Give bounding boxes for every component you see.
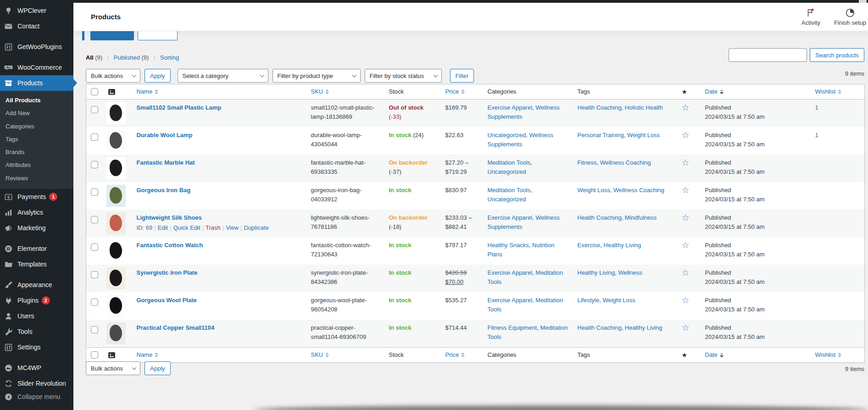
- tag-link[interactable]: Health Coaching: [578, 214, 622, 221]
- product-thumbnail[interactable]: [106, 240, 126, 262]
- product-name-link[interactable]: Fantastic Marble Hat: [137, 159, 195, 166]
- finish-setup-button[interactable]: Finish setup: [834, 8, 866, 26]
- category-link[interactable]: Meditation Tools: [488, 187, 531, 194]
- sidebar-item-wpclever[interactable]: WPClever: [0, 3, 73, 18]
- row-checkbox[interactable]: [91, 188, 98, 196]
- submenu-item-categories[interactable]: Categories: [0, 120, 73, 133]
- sidebar-item-marketing[interactable]: Marketing: [0, 220, 73, 236]
- category-link[interactable]: Exercise Apparel: [488, 104, 533, 111]
- view-sorting-link[interactable]: Sorting: [160, 54, 179, 61]
- apply-button[interactable]: Apply: [145, 361, 171, 375]
- row-action-quick-edit[interactable]: Quick Edit: [173, 224, 200, 231]
- tag-link[interactable]: Mindfulness: [625, 214, 657, 221]
- category-link[interactable]: Exercise Apparel: [488, 214, 533, 221]
- sidebar-item-mc4wp[interactable]: MC4WP: [0, 360, 73, 376]
- sort-by-wishlist[interactable]: Wishlist: [815, 350, 842, 360]
- wishlist-count-link[interactable]: 1: [815, 104, 818, 111]
- product-thumbnail[interactable]: [106, 102, 126, 124]
- category-filter-select[interactable]: Select a category: [178, 69, 268, 83]
- tag-link[interactable]: Fitness: [578, 159, 597, 166]
- submenu-item-reviews[interactable]: Reviews: [0, 172, 73, 185]
- featured-star-icon[interactable]: ☆: [682, 240, 690, 250]
- featured-star-icon[interactable]: ☆: [682, 323, 690, 332]
- tag-link[interactable]: Personal Training: [578, 132, 624, 139]
- featured-star-icon[interactable]: ☆: [682, 295, 690, 305]
- product-thumbnail[interactable]: [106, 185, 126, 207]
- sort-by-sku[interactable]: SKU: [311, 350, 329, 360]
- sort-by-wishlist[interactable]: Wishlist: [815, 87, 842, 96]
- tag-link[interactable]: Healthy Living: [604, 242, 641, 249]
- category-link[interactable]: Exercise Apparel: [488, 297, 533, 304]
- row-action-duplicate[interactable]: Duplicate: [244, 224, 269, 231]
- sort-by-price[interactable]: Price: [445, 87, 465, 96]
- tag-link[interactable]: Exercise: [578, 242, 601, 249]
- search-products-button[interactable]: Search products: [810, 48, 864, 62]
- sidebar-item-plugins[interactable]: Plugins2: [0, 293, 73, 308]
- sidebar-item-products[interactable]: Products: [0, 75, 73, 91]
- collapse-menu-button[interactable]: Collapse menu: [0, 389, 73, 404]
- product-type-filter-select[interactable]: Filter by product type: [273, 69, 361, 83]
- tag-link[interactable]: Weight Loss: [602, 297, 635, 304]
- product-thumbnail[interactable]: [106, 130, 126, 152]
- tag-link[interactable]: Weight Loss: [627, 132, 660, 139]
- filter-button[interactable]: Filter: [450, 69, 474, 83]
- row-checkbox[interactable]: [91, 133, 98, 141]
- tag-link[interactable]: Health Coaching: [578, 104, 622, 111]
- sort-by-date[interactable]: Date: [705, 350, 723, 360]
- category-link[interactable]: Uncategorized: [488, 196, 526, 203]
- row-checkbox[interactable]: [91, 106, 98, 113]
- tag-link[interactable]: Healthy Living: [578, 269, 615, 276]
- sidebar-item-templates[interactable]: Templates: [0, 256, 73, 272]
- product-thumbnail[interactable]: [106, 322, 126, 344]
- row-checkbox[interactable]: [91, 326, 98, 333]
- bulk-actions-select[interactable]: Bulk actions: [86, 69, 140, 83]
- sidebar-item-appearance[interactable]: Appearance: [0, 277, 73, 293]
- view-all-link[interactable]: All: [86, 54, 94, 61]
- sidebar-item-woocommerce[interactable]: WooWooCommerce: [0, 60, 73, 75]
- sidebar-item-tools[interactable]: Tools: [0, 324, 73, 339]
- cropped-secondary-button[interactable]: [138, 30, 178, 40]
- featured-star-icon[interactable]: ☆: [682, 185, 690, 195]
- select-all-checkbox[interactable]: [91, 351, 98, 359]
- bulk-actions-select[interactable]: Bulk actions: [86, 361, 140, 375]
- product-name-link[interactable]: Small1102 Small Plastic Lamp: [137, 104, 222, 111]
- product-name-link[interactable]: Durable Wool Lamp: [137, 132, 193, 139]
- product-name-link[interactable]: Gorgeous Iron Bag: [137, 187, 191, 194]
- featured-star-icon[interactable]: ☆: [682, 268, 690, 277]
- activity-button[interactable]: Activity: [801, 8, 820, 26]
- featured-star-icon[interactable]: ☆: [682, 213, 690, 222]
- product-thumbnail[interactable]: [106, 295, 126, 317]
- sidebar-item-payments[interactable]: $Payments1: [0, 189, 73, 205]
- product-name-link[interactable]: Fantastic Cotton Watch: [137, 242, 203, 249]
- product-thumbnail[interactable]: [106, 267, 126, 289]
- row-action-edit[interactable]: Edit: [158, 224, 168, 231]
- category-link[interactable]: Healthy Snacks: [488, 242, 529, 249]
- row-checkbox[interactable]: [91, 161, 98, 168]
- category-link[interactable]: Exercise Apparel: [488, 269, 533, 276]
- category-link[interactable]: Fitness Equipment: [488, 324, 537, 331]
- sidebar-item-users[interactable]: Users: [0, 308, 73, 324]
- tag-link[interactable]: Holistic Health: [625, 104, 663, 111]
- product-name-link[interactable]: Gorgeous Wool Plate: [137, 297, 197, 304]
- tag-link[interactable]: Wellness Coaching: [600, 159, 651, 166]
- row-checkbox[interactable]: [91, 299, 98, 306]
- tag-link[interactable]: Lifestyle: [578, 297, 600, 304]
- row-checkbox[interactable]: [91, 216, 98, 223]
- featured-star-icon[interactable]: ☆: [682, 158, 690, 167]
- submenu-item-add-new[interactable]: Add New: [0, 107, 73, 120]
- submenu-item-tags[interactable]: Tags: [0, 133, 73, 146]
- tag-link[interactable]: Weight Loss: [578, 187, 610, 194]
- product-name-link[interactable]: Practical Copper Small1104: [137, 324, 215, 331]
- sidebar-item-analytics[interactable]: Analytics: [0, 205, 73, 220]
- submenu-item-attributes[interactable]: Attributes: [0, 159, 73, 172]
- sidebar-item-contact[interactable]: Contact: [0, 18, 73, 34]
- tag-link[interactable]: Wellness Coaching: [613, 187, 664, 194]
- apply-button[interactable]: Apply: [145, 69, 171, 83]
- sort-by-sku[interactable]: SKU: [311, 87, 329, 96]
- sort-by-name[interactable]: Name: [137, 350, 159, 360]
- category-link[interactable]: Uncategorized: [488, 168, 526, 175]
- category-link[interactable]: Meditation Tools: [488, 159, 531, 166]
- tag-link[interactable]: Wellness: [618, 269, 642, 276]
- product-thumbnail[interactable]: [106, 212, 126, 234]
- product-name-link[interactable]: Synergistic Iron Plate: [137, 269, 198, 276]
